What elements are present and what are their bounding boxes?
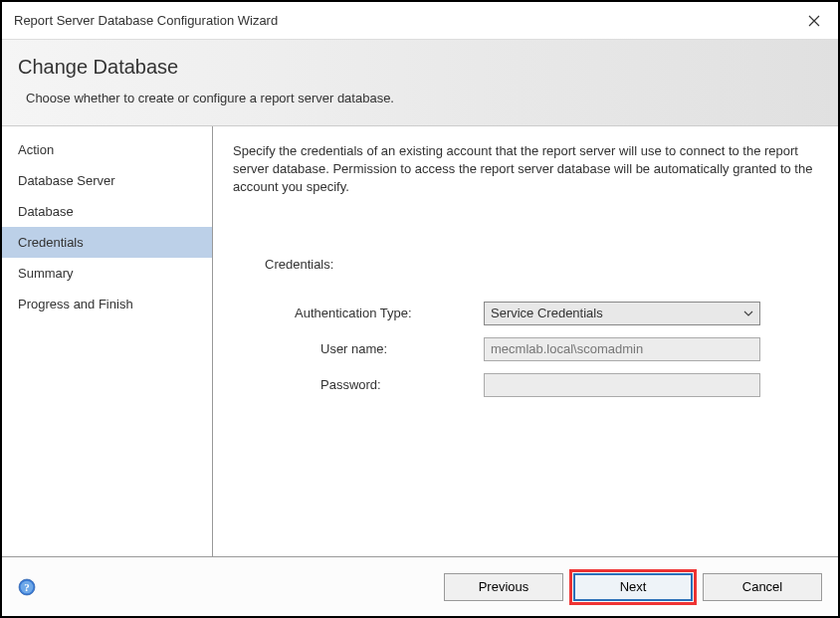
sidebar-item-label: Database Server (18, 173, 115, 188)
body: Action Database Server Database Credenti… (2, 126, 838, 556)
sidebar-item-progress-finish[interactable]: Progress and Finish (2, 289, 212, 319)
username-row: User name: (265, 337, 814, 361)
next-button[interactable]: Next (573, 573, 693, 601)
close-icon (808, 15, 820, 27)
help-icon: ? (18, 578, 36, 596)
help-button[interactable]: ? (18, 578, 36, 596)
wizard-window: Report Server Database Configuration Wiz… (0, 0, 840, 618)
close-button[interactable] (802, 9, 826, 33)
page-subtitle: Choose whether to create or configure a … (26, 91, 822, 105)
sidebar-item-database[interactable]: Database (2, 196, 212, 227)
auth-type-label: Authentication Type: (265, 306, 484, 320)
password-label: Password: (265, 377, 484, 392)
main-description: Specify the credentials of an existing a… (233, 142, 814, 197)
main-panel: Specify the credentials of an existing a… (213, 126, 838, 556)
credentials-section: Credentials: Authentication Type: Servic… (233, 257, 814, 397)
credentials-label: Credentials: (265, 257, 814, 272)
sidebar-item-label: Credentials (18, 235, 84, 250)
auth-type-select[interactable]: Service Credentials (484, 302, 760, 325)
username-label: User name: (265, 341, 484, 356)
username-input[interactable] (484, 337, 760, 361)
footer: ? Previous Next Cancel (2, 556, 838, 616)
sidebar-item-label: Database (18, 204, 74, 219)
sidebar-item-action[interactable]: Action (2, 134, 212, 165)
titlebar: Report Server Database Configuration Wiz… (2, 2, 838, 40)
sidebar-item-summary[interactable]: Summary (2, 258, 212, 289)
sidebar-item-label: Progress and Finish (18, 297, 133, 311)
password-row: Password: (265, 373, 814, 397)
window-title: Report Server Database Configuration Wiz… (14, 13, 278, 28)
previous-button[interactable]: Previous (444, 573, 563, 601)
svg-text:?: ? (24, 581, 30, 593)
cancel-button[interactable]: Cancel (703, 573, 822, 601)
auth-type-value: Service Credentials (491, 306, 743, 320)
auth-type-row: Authentication Type: Service Credentials (265, 302, 814, 325)
password-input[interactable] (484, 373, 760, 397)
sidebar: Action Database Server Database Credenti… (2, 126, 213, 556)
sidebar-item-label: Summary (18, 266, 74, 281)
header-banner: Change Database Choose whether to create… (2, 40, 838, 126)
sidebar-item-database-server[interactable]: Database Server (2, 165, 212, 196)
chevron-down-icon (743, 310, 753, 316)
page-title: Change Database (18, 56, 822, 79)
sidebar-item-label: Action (18, 142, 54, 157)
sidebar-item-credentials[interactable]: Credentials (2, 227, 212, 258)
